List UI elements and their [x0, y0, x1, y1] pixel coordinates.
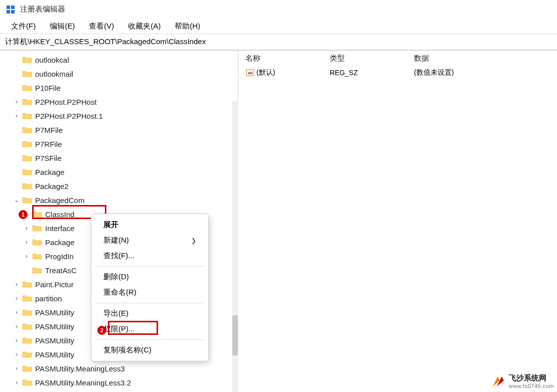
context-menu: 展开 新建(N)❯ 查找(F)... 删除(D) 重命名(R) 导出(E) 权限… — [91, 214, 209, 361]
menu-view[interactable]: 查看(V) — [82, 21, 121, 32]
tree-item[interactable]: outlookmail — [12, 67, 238, 81]
expand-icon[interactable]: › — [13, 379, 20, 386]
expand-icon[interactable]: › — [13, 309, 20, 316]
folder-icon — [22, 56, 32, 64]
scrollbar-vertical[interactable] — [232, 101, 238, 392]
expand-icon[interactable]: › — [13, 365, 20, 372]
ctx-delete[interactable]: 删除(D) — [91, 269, 208, 285]
submenu-arrow-icon: ❯ — [191, 237, 196, 244]
ctx-expand[interactable]: 展开 — [91, 217, 208, 233]
ctx-copy-key-name[interactable]: 复制项名称(C) — [91, 342, 208, 358]
folder-icon — [22, 140, 32, 148]
tree-item[interactable]: outlookcal — [12, 53, 238, 67]
menubar: 文件(F) 编辑(E) 查看(V) 收藏夹(A) 帮助(H) — [0, 19, 557, 34]
tree-item[interactable]: Package — [12, 165, 238, 179]
tree-item-label: PASMUtility — [35, 350, 74, 359]
window-title: 注册表编辑器 — [20, 5, 65, 14]
tree-item-label: P7MFile — [35, 126, 63, 134]
expand-icon[interactable]: › — [13, 112, 20, 119]
folder-icon — [32, 238, 42, 246]
expand-icon[interactable]: › — [13, 281, 20, 288]
folder-icon — [22, 182, 32, 190]
tree-item[interactable]: ›PASMUtility.MeaningLess3 — [12, 361, 238, 375]
addressbar[interactable]: 计算机\HKEY_CLASSES_ROOT\PackagedCom\ClassI… — [0, 34, 557, 50]
tree-item[interactable]: Package2 — [12, 179, 238, 193]
menu-favorites[interactable]: 收藏夹(A) — [121, 21, 168, 32]
scrollbar-thumb[interactable] — [232, 315, 238, 355]
ctx-new[interactable]: 新建(N)❯ — [91, 233, 208, 248]
folder-icon — [22, 350, 32, 358]
expand-icon[interactable]: › — [13, 323, 20, 330]
svg-rect-1 — [11, 6, 15, 9]
menu-file[interactable]: 文件(F) — [4, 21, 43, 32]
tree-item-label: P7SFile — [35, 154, 62, 162]
address-path: 计算机\HKEY_CLASSES_ROOT\PackagedCom\ClassI… — [5, 37, 206, 46]
folder-icon — [22, 364, 32, 372]
menu-help[interactable]: 帮助(H) — [168, 21, 207, 32]
tree-item[interactable]: P7RFile — [12, 137, 238, 151]
tree-item-label: P2PHost.P2PHost.1 — [35, 112, 103, 120]
expand-icon[interactable]: › — [23, 253, 30, 260]
annotation-badge-2: 2 — [97, 326, 106, 335]
ctx-export[interactable]: 导出(E) — [91, 306, 208, 321]
tree-item-label: partition — [35, 294, 62, 303]
value-row[interactable]: ab (默认) REG_SZ (数值未设置) — [245, 66, 557, 79]
folder-icon — [32, 210, 42, 218]
tree-item-label: TreatAsC — [45, 266, 77, 275]
expand-icon[interactable]: › — [23, 239, 30, 246]
tree-item-label: ClassInd — [45, 210, 74, 219]
tree-item-label: Interface — [45, 224, 74, 233]
tree-item-label: PASMUtility — [35, 336, 74, 345]
folder-icon — [22, 126, 32, 134]
folder-icon — [22, 168, 32, 176]
tree-item-label: PASMUtility.MeaningLess3 — [35, 364, 125, 373]
svg-rect-3 — [11, 10, 15, 14]
tree-item-label: P7RFile — [35, 140, 62, 148]
folder-icon — [22, 280, 32, 288]
column-header-data[interactable]: 数据 — [414, 54, 557, 63]
tree-item[interactable]: P10File — [12, 81, 238, 95]
values-header: 名称 类型 数据 — [245, 52, 557, 64]
tree-item[interactable]: ›P2PHost.P2PHost.1 — [12, 109, 238, 123]
expand-icon[interactable]: › — [13, 295, 20, 302]
ctx-find[interactable]: 查找(F)... — [91, 248, 208, 264]
value-type: REG_SZ — [330, 69, 414, 77]
watermark-sub: www.fs0745.com — [509, 383, 554, 389]
expand-icon[interactable]: › — [13, 98, 20, 105]
tree-item-label: PASMUtility — [35, 308, 74, 317]
folder-icon — [22, 70, 32, 78]
expand-icon[interactable]: › — [13, 351, 20, 358]
tree-item-label: PASMUtility — [35, 322, 74, 331]
folder-icon — [22, 154, 32, 162]
column-header-name[interactable]: 名称 — [245, 54, 330, 63]
folder-icon — [22, 98, 32, 106]
watermark-title: 飞沙系统网 — [509, 373, 554, 383]
tree-item-label: Paint.Pictur — [35, 280, 74, 289]
menu-edit[interactable]: 编辑(E) — [43, 21, 82, 32]
tree-item[interactable]: P7MFile — [12, 123, 238, 137]
folder-icon — [32, 252, 42, 260]
tree-item-label: PackagedCom — [35, 196, 84, 205]
tree-item[interactable]: ⌄PackagedCom — [12, 193, 238, 207]
main-panel: outlookcaloutlookmailP10File›P2PHost.P2P… — [0, 50, 557, 392]
titlebar: 注册表编辑器 — [0, 0, 557, 19]
expand-icon[interactable]: › — [13, 337, 20, 344]
ctx-rename[interactable]: 重命名(R) — [91, 285, 208, 300]
expand-icon[interactable]: ⌄ — [13, 197, 20, 204]
column-header-type[interactable]: 类型 — [330, 54, 414, 63]
tree-item-label: ProgIdIn — [45, 252, 74, 261]
ctx-separator — [95, 339, 204, 340]
folder-icon — [22, 336, 32, 344]
watermark-logo-icon — [491, 374, 505, 388]
tree-item[interactable]: P7SFile — [12, 151, 238, 165]
app-icon — [6, 5, 15, 14]
ctx-permissions[interactable]: 权限(P)... — [91, 321, 208, 337]
folder-icon — [22, 84, 32, 92]
tree-item[interactable]: ›P2PHost.P2PHost — [12, 95, 238, 109]
value-name: (默认) — [256, 68, 275, 77]
tree-item[interactable]: ›PASMUtility.MeaningLess3.2 — [12, 375, 238, 389]
svg-marker-6 — [493, 376, 500, 386]
expand-icon[interactable]: › — [23, 225, 30, 232]
tree-item-label: Package — [45, 238, 74, 247]
svg-text:ab: ab — [248, 71, 252, 75]
